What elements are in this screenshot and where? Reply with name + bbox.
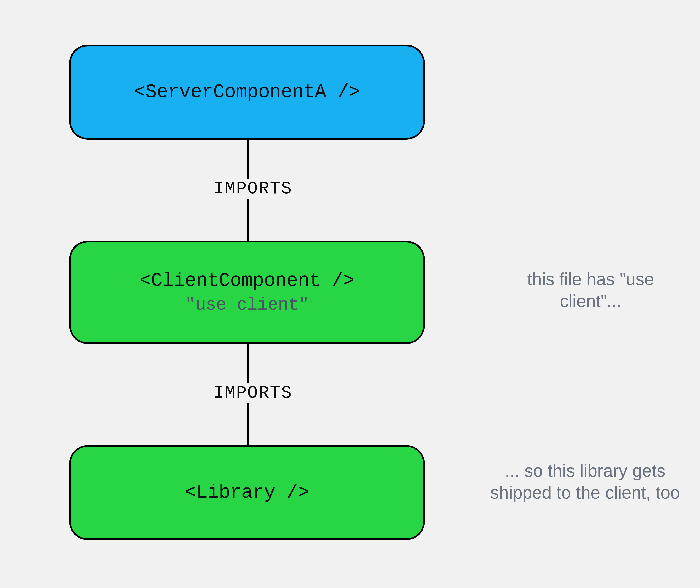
node-client-component: <ClientComponent /> "use client" — [69, 241, 425, 344]
node-title: <Library /> — [185, 482, 309, 504]
node-library: <Library /> — [69, 445, 425, 540]
annotation-use-client: this file has "use client"... — [509, 268, 673, 312]
node-server-component: <ServerComponentA /> — [69, 45, 425, 139]
diagram: IMPORTS IMPORTS <ServerComponentA /> <Cl… — [0, 0, 700, 588]
annotation-library-shipped: ... so this library gets shipped to the … — [489, 460, 682, 504]
edge-label-imports: IMPORTS — [208, 383, 298, 403]
node-title: <ServerComponentA /> — [134, 81, 360, 103]
node-subtitle: "use client" — [185, 295, 309, 315]
edge-label-imports: IMPORTS — [208, 179, 298, 199]
node-title: <ClientComponent /> — [140, 270, 354, 292]
